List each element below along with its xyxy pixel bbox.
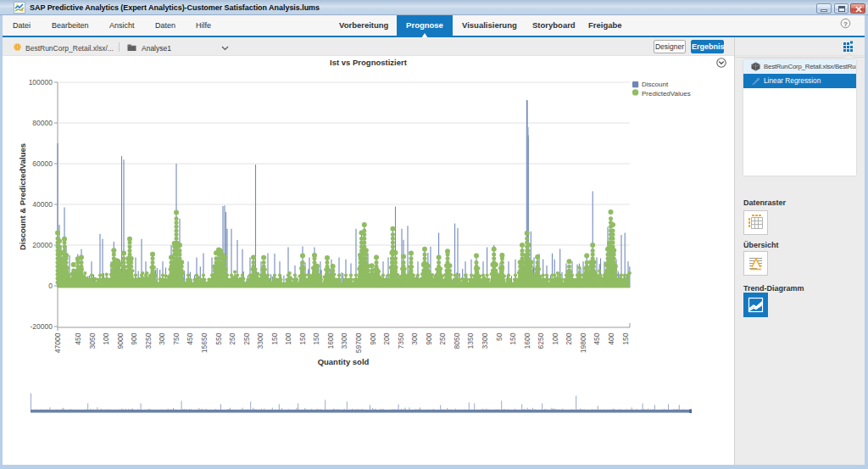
- svg-text:150: 150: [509, 332, 517, 344]
- svg-text:550: 550: [214, 332, 223, 344]
- svg-text:8050: 8050: [453, 332, 461, 349]
- svg-text:400: 400: [607, 332, 615, 344]
- svg-text:3250: 3250: [144, 332, 153, 349]
- svg-text:15650: 15650: [200, 332, 209, 353]
- svg-text:3300: 3300: [481, 332, 489, 349]
- svg-text:150: 150: [270, 332, 279, 344]
- svg-text:100: 100: [551, 332, 559, 344]
- svg-text:Quantity sold: Quantity sold: [318, 357, 370, 366]
- svg-text:-20000: -20000: [31, 322, 53, 331]
- svg-text:80000: 80000: [32, 119, 53, 127]
- svg-text:9000: 9000: [116, 332, 125, 349]
- svg-text:150: 150: [298, 332, 307, 344]
- svg-text:250: 250: [438, 332, 447, 344]
- svg-text:47000: 47000: [53, 332, 62, 353]
- svg-text:59700: 59700: [354, 332, 363, 353]
- svg-text:Discount & PredictedValues: Discount & PredictedValues: [18, 143, 27, 250]
- svg-text:19800: 19800: [579, 332, 587, 353]
- svg-text:20000: 20000: [32, 241, 53, 249]
- svg-text:200: 200: [565, 332, 573, 344]
- svg-text:150: 150: [621, 332, 630, 344]
- svg-text:450: 450: [593, 332, 601, 344]
- svg-text:7350: 7350: [397, 332, 405, 349]
- svg-text:PredictedValues: PredictedValues: [642, 90, 691, 98]
- svg-text:450: 450: [186, 332, 194, 344]
- svg-text:0: 0: [48, 282, 53, 290]
- svg-text:60000: 60000: [32, 159, 53, 168]
- svg-text:250: 250: [242, 332, 251, 344]
- svg-text:300: 300: [410, 332, 419, 344]
- svg-text:100: 100: [102, 332, 110, 344]
- svg-text:100: 100: [284, 332, 292, 344]
- svg-text:6250: 6250: [537, 332, 545, 349]
- svg-text:300: 300: [158, 332, 166, 344]
- svg-text:1600: 1600: [326, 332, 335, 349]
- svg-text:1350: 1350: [466, 332, 475, 349]
- svg-text:40000: 40000: [32, 200, 53, 209]
- svg-text:250: 250: [228, 332, 236, 344]
- svg-text:Discount: Discount: [642, 81, 669, 88]
- svg-text:900: 900: [369, 332, 377, 344]
- svg-text:3300: 3300: [256, 332, 264, 349]
- svg-text:900: 900: [130, 332, 138, 344]
- svg-text:200: 200: [382, 332, 391, 344]
- svg-text:1600: 1600: [523, 332, 531, 349]
- svg-text:3050: 3050: [88, 332, 97, 349]
- svg-text:150: 150: [312, 332, 320, 344]
- svg-text:100000: 100000: [29, 78, 53, 87]
- svg-text:3300: 3300: [340, 332, 348, 349]
- svg-text:750: 750: [172, 332, 181, 344]
- svg-text:?: ?: [843, 20, 848, 28]
- svg-text:450: 450: [74, 332, 82, 344]
- svg-text:900: 900: [425, 332, 433, 344]
- svg-text:50: 50: [495, 332, 504, 341]
